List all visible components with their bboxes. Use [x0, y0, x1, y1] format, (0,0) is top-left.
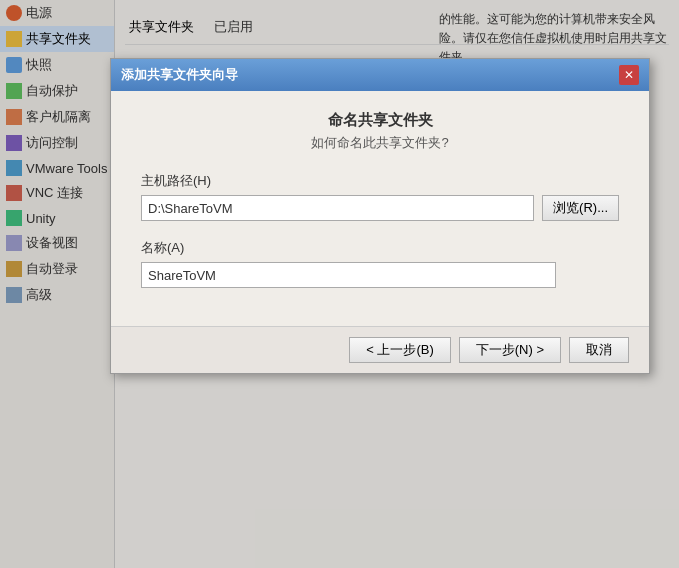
- name-row: [141, 262, 619, 288]
- next-button[interactable]: 下一步(N) >: [459, 337, 561, 363]
- host-path-input[interactable]: [141, 195, 534, 221]
- host-path-field-group: 主机路径(H) 浏览(R)...: [141, 172, 619, 221]
- name-field-group: 名称(A): [141, 239, 619, 288]
- dialog-section-subtitle: 如何命名此共享文件夹?: [141, 134, 619, 152]
- dialog-title: 添加共享文件夹向导: [121, 66, 238, 84]
- back-button[interactable]: < 上一步(B): [349, 337, 451, 363]
- add-shared-folder-dialog: 添加共享文件夹向导 ✕ 命名共享文件夹 如何命名此共享文件夹? 主机路径(H) …: [110, 58, 650, 374]
- host-path-row: 浏览(R)...: [141, 195, 619, 221]
- host-path-label: 主机路径(H): [141, 172, 619, 190]
- dialog-close-button[interactable]: ✕: [619, 65, 639, 85]
- dialog-footer: < 上一步(B) 下一步(N) > 取消: [111, 326, 649, 373]
- name-label: 名称(A): [141, 239, 619, 257]
- dialog-body: 命名共享文件夹 如何命名此共享文件夹? 主机路径(H) 浏览(R)... 名称(…: [111, 91, 649, 326]
- name-input[interactable]: [141, 262, 556, 288]
- browse-button[interactable]: 浏览(R)...: [542, 195, 619, 221]
- cancel-button[interactable]: 取消: [569, 337, 629, 363]
- dialog-titlebar: 添加共享文件夹向导 ✕: [111, 59, 649, 91]
- dialog-section-title: 命名共享文件夹: [141, 111, 619, 130]
